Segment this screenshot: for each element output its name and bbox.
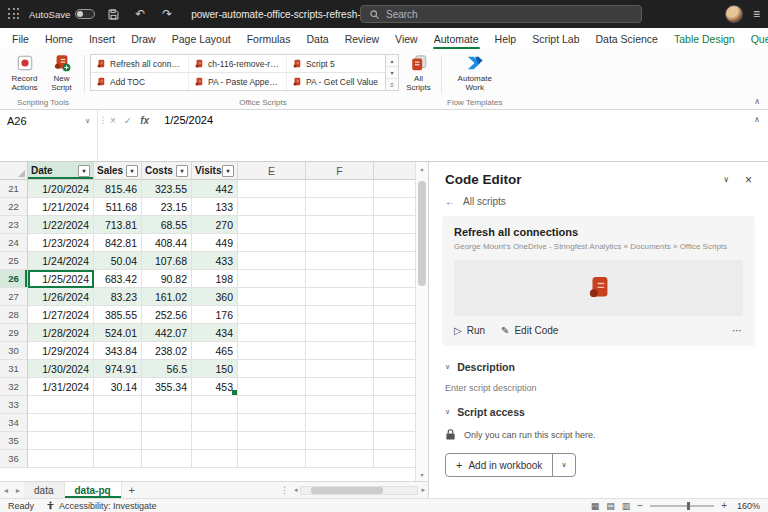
cell-costs-26[interactable]: 90.82 bbox=[142, 270, 192, 288]
sheet-tab-data[interactable]: data bbox=[24, 482, 64, 498]
cell-f-22[interactable] bbox=[306, 198, 374, 216]
hscroll-left-icon[interactable]: ◂ bbox=[294, 486, 298, 494]
row-header-30[interactable]: 30 bbox=[0, 342, 28, 360]
cell-costs-28[interactable]: 252.56 bbox=[142, 306, 192, 324]
ribbon-tab-draw[interactable]: Draw bbox=[123, 28, 164, 49]
zoom-level[interactable]: 160% bbox=[734, 501, 760, 511]
filter-icon[interactable]: ▾ bbox=[78, 165, 90, 177]
save-icon[interactable] bbox=[104, 5, 122, 23]
insert-function-icon[interactable]: fx bbox=[140, 115, 149, 126]
ribbon-tab-file[interactable]: File bbox=[4, 28, 37, 49]
cell-e-34[interactable] bbox=[238, 414, 306, 432]
cell-sales-27[interactable]: 83.23 bbox=[94, 288, 142, 306]
cell-date-35[interactable] bbox=[28, 432, 94, 450]
pane-collapse-chevron-icon[interactable]: ∨ bbox=[723, 175, 729, 184]
cell-date-34[interactable] bbox=[28, 414, 94, 432]
cell-f-25[interactable] bbox=[306, 252, 374, 270]
cell-f-28[interactable] bbox=[306, 306, 374, 324]
script-gallery-item[interactable]: Script 5 bbox=[287, 55, 385, 72]
cell-costs-22[interactable]: 23.15 bbox=[142, 198, 192, 216]
cell-e-36[interactable] bbox=[238, 450, 306, 468]
zoom-slider-thumb[interactable] bbox=[687, 502, 690, 510]
cell-costs-23[interactable]: 68.55 bbox=[142, 216, 192, 234]
description-chevron-icon[interactable]: ∨ bbox=[445, 363, 450, 371]
avatar[interactable] bbox=[725, 5, 743, 23]
cell-f-23[interactable] bbox=[306, 216, 374, 234]
cell-costs-34[interactable] bbox=[142, 414, 192, 432]
ribbon-tab-formulas[interactable]: Formulas bbox=[239, 28, 299, 49]
cell-sales-24[interactable]: 842.81 bbox=[94, 234, 142, 252]
cell-date-33[interactable] bbox=[28, 396, 94, 414]
sheet-tab-data-pq[interactable]: data-pq bbox=[65, 482, 122, 498]
app-launcher-icon[interactable] bbox=[8, 8, 20, 20]
sheet-nav-right-icon[interactable]: ▸ bbox=[12, 486, 24, 495]
cell-date-29[interactable]: 1/28/2024 bbox=[28, 324, 94, 342]
cell-f-21[interactable] bbox=[306, 180, 374, 198]
cell-sales-35[interactable] bbox=[94, 432, 142, 450]
select-all-corner[interactable] bbox=[0, 162, 28, 179]
formula-bar-splitter[interactable]: ⋮ bbox=[98, 110, 108, 161]
script-gallery-item[interactable]: Refresh all connections bbox=[91, 55, 189, 72]
cell-f-36[interactable] bbox=[306, 450, 374, 468]
cell-sales-25[interactable]: 50.04 bbox=[94, 252, 142, 270]
cell-f-24[interactable] bbox=[306, 234, 374, 252]
column-header-date[interactable]: Date▾ bbox=[28, 162, 94, 179]
script-gallery-item[interactable]: ch-116-remove-rows-a... bbox=[189, 55, 287, 72]
cancel-icon[interactable]: × bbox=[110, 115, 116, 126]
gallery-up-icon[interactable]: ▴ bbox=[386, 55, 398, 67]
cell-date-25[interactable]: 1/24/2024 bbox=[28, 252, 94, 270]
cell-sales-34[interactable] bbox=[94, 414, 142, 432]
cell-e-29[interactable] bbox=[238, 324, 306, 342]
cell-date-27[interactable]: 1/26/2024 bbox=[28, 288, 94, 306]
ribbon-tab-query[interactable]: Query bbox=[743, 28, 768, 49]
row-header-22[interactable]: 22 bbox=[0, 198, 28, 216]
cell-f-33[interactable] bbox=[306, 396, 374, 414]
cell-f-30[interactable] bbox=[306, 342, 374, 360]
cell-sales-21[interactable]: 815.46 bbox=[94, 180, 142, 198]
row-header-33[interactable]: 33 bbox=[0, 396, 28, 414]
cell-date-23[interactable]: 1/22/2024 bbox=[28, 216, 94, 234]
ribbon-tab-view[interactable]: View bbox=[387, 28, 426, 49]
cell-visits-32[interactable]: 453 bbox=[192, 378, 238, 396]
ribbon-tab-table-design[interactable]: Table Design bbox=[666, 28, 743, 49]
cell-costs-32[interactable]: 355.34 bbox=[142, 378, 192, 396]
enter-icon[interactable]: ✓ bbox=[124, 115, 132, 126]
page-layout-view-icon[interactable]: ▤ bbox=[606, 501, 615, 511]
ribbon-tab-page-layout[interactable]: Page Layout bbox=[164, 28, 239, 49]
cell-visits-21[interactable]: 442 bbox=[192, 180, 238, 198]
cell-e-27[interactable] bbox=[238, 288, 306, 306]
zoom-in-icon[interactable]: + bbox=[721, 500, 727, 511]
row-header-23[interactable]: 23 bbox=[0, 216, 28, 234]
ribbon-tab-home[interactable]: Home bbox=[37, 28, 81, 49]
page-break-view-icon[interactable]: ▥ bbox=[622, 501, 631, 511]
ribbon-tab-script-lab[interactable]: Script Lab bbox=[524, 28, 587, 49]
cell-sales-26[interactable]: 683.42 bbox=[94, 270, 142, 288]
sheetbar-splitter[interactable]: ⋮ bbox=[278, 485, 291, 495]
all-scripts-button[interactable]: All Scripts bbox=[401, 52, 436, 94]
cell-visits-35[interactable] bbox=[192, 432, 238, 450]
row-header-26[interactable]: 26 bbox=[0, 270, 28, 288]
cell-visits-36[interactable] bbox=[192, 450, 238, 468]
row-header-21[interactable]: 21 bbox=[0, 180, 28, 198]
zoom-out-icon[interactable]: − bbox=[637, 500, 643, 511]
row-header-36[interactable]: 36 bbox=[0, 450, 28, 468]
cell-e-26[interactable] bbox=[238, 270, 306, 288]
cell-sales-23[interactable]: 713.81 bbox=[94, 216, 142, 234]
cell-visits-27[interactable]: 360 bbox=[192, 288, 238, 306]
row-header-31[interactable]: 31 bbox=[0, 360, 28, 378]
sheet-nav-left-icon[interactable]: ◂ bbox=[0, 486, 12, 495]
cell-date-26[interactable]: 1/25/2024 bbox=[28, 270, 94, 288]
cell-sales-22[interactable]: 511.68 bbox=[94, 198, 142, 216]
edit-code-button[interactable]: ✎ Edit Code bbox=[501, 325, 558, 336]
cell-f-26[interactable] bbox=[306, 270, 374, 288]
add-in-workbook-chevron-icon[interactable]: ∨ bbox=[552, 454, 574, 476]
all-scripts-back-link[interactable]: ← All scripts bbox=[429, 191, 768, 209]
cell-f-31[interactable] bbox=[306, 360, 374, 378]
script-gallery-item[interactable]: Add TOC bbox=[91, 73, 189, 90]
script-access-chevron-icon[interactable]: ∨ bbox=[445, 408, 450, 416]
hscroll-right-icon[interactable]: ▸ bbox=[421, 486, 425, 494]
cell-costs-25[interactable]: 107.68 bbox=[142, 252, 192, 270]
name-box[interactable]: A26 ∨ bbox=[0, 112, 97, 130]
horizontal-scroll-thumb[interactable] bbox=[311, 487, 383, 494]
vertical-scroll-thumb[interactable] bbox=[418, 181, 426, 286]
